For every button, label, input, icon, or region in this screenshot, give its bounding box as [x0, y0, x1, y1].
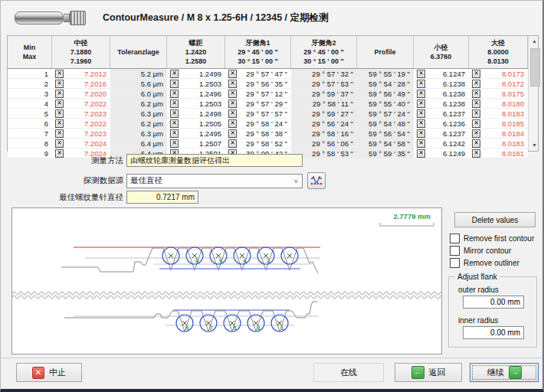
cell-profile: 59 ° 55 ' 19 " [357, 69, 414, 78]
cell-zhongjing: ✕7.2020 [52, 89, 110, 98]
checked-checkbox-icon[interactable]: ✕ [170, 129, 179, 138]
cell-dajing: ✕8.0181 [469, 149, 528, 158]
table-row: 5✕7.20236.3 µm✕1.2498✕29 ° 57 ' 57 "29 °… [8, 109, 528, 119]
cell-yace1: ✕29 ° 57 ' 29 " [225, 99, 291, 108]
inner-radius-field[interactable]: 0.00 mm [463, 326, 524, 339]
checked-checkbox-icon[interactable]: ✕ [472, 70, 480, 78]
checked-checkbox-icon[interactable]: ✕ [417, 129, 425, 138]
checked-checkbox-icon[interactable]: ✕ [472, 109, 480, 118]
checked-checkbox-icon[interactable]: ✕ [55, 90, 64, 98]
checked-checkbox-icon[interactable]: ✕ [55, 129, 64, 138]
cell-yace2: 29 ° 57 ' 53 " [291, 79, 357, 88]
cell-profile: 59 ° 57 ' 24 " [357, 109, 414, 118]
checked-checkbox-icon[interactable]: ✕ [170, 90, 179, 98]
scrollbar-up-icon[interactable]: ▲ [529, 36, 540, 47]
checked-checkbox-icon[interactable]: ✕ [472, 100, 480, 108]
checked-checkbox-icon[interactable]: ✕ [170, 80, 179, 88]
checked-checkbox-icon[interactable]: ✕ [472, 149, 480, 158]
checked-checkbox-icon[interactable]: ✕ [472, 80, 480, 88]
remove-first-contour-option[interactable]: Remove first contour [450, 234, 540, 243]
unchecked-checkbox-icon[interactable] [450, 258, 460, 268]
cell-dajing: ✕8.0184 [469, 129, 528, 138]
cell-n: 8 [8, 139, 52, 148]
mirror-contour-option[interactable]: Mirror contour [450, 246, 540, 256]
cell-dajing: ✕8.0175 [469, 89, 528, 98]
cell-yace2: 29 ° 59 ' 37 " [291, 89, 357, 98]
source-label: 探测数据源 [1, 175, 123, 186]
cell-yace2: 29 ° 59 ' 27 " [291, 109, 357, 118]
cell-n: 6 [8, 119, 52, 128]
checked-checkbox-icon[interactable]: ✕ [55, 80, 64, 88]
method-field[interactable]: 由螺纹轮廓测量数据评估得出 [126, 154, 303, 167]
checked-checkbox-icon[interactable]: ✕ [417, 139, 425, 148]
abort-button[interactable]: ✕ 中止 [16, 363, 82, 382]
scrollbar-down-icon[interactable]: ▼ [529, 140, 540, 151]
remove-outliner-option[interactable]: Remove outliner [450, 258, 540, 268]
back-button[interactable]: ← 返回 [395, 363, 462, 382]
wire-number-label: 1 [280, 325, 284, 332]
checked-checkbox-icon[interactable]: ✕ [417, 109, 425, 118]
cell-xiaojing: ✕6.1237 [414, 129, 469, 138]
checked-checkbox-icon[interactable]: ✕ [417, 90, 425, 98]
wire-circle-marker: 3 [247, 315, 264, 332]
profile-points-button[interactable] [307, 172, 326, 189]
cell-n: 3 [8, 89, 52, 98]
column-header-toleranz: Toleranzlage [110, 36, 167, 68]
abort-x-icon: ✕ [32, 367, 44, 379]
form-area: 测量方法 由螺纹轮廓测量数据评估得出 探测数据源 最佳直径 ˅ 最佳螺纹量针直径… [1, 152, 444, 206]
cell-yace1: ✕29 ° 58 ' 52 " [225, 139, 291, 148]
unchecked-checkbox-icon[interactable] [450, 234, 460, 243]
next-button[interactable]: 继续 → [470, 363, 539, 382]
checked-checkbox-icon[interactable]: ✕ [417, 70, 425, 78]
unchecked-checkbox-icon[interactable] [450, 246, 460, 256]
checked-checkbox-icon[interactable]: ✕ [228, 139, 237, 148]
checked-checkbox-icon[interactable]: ✕ [228, 90, 237, 98]
checked-checkbox-icon[interactable]: ✕ [472, 90, 480, 98]
checked-checkbox-icon[interactable]: ✕ [170, 100, 179, 108]
checked-checkbox-icon[interactable]: ✕ [417, 80, 425, 88]
checked-checkbox-icon[interactable]: ✕ [170, 70, 179, 78]
checked-checkbox-icon[interactable]: ✕ [228, 100, 237, 108]
checked-checkbox-icon[interactable]: ✕ [228, 109, 237, 118]
scrollbar-thumb[interactable] [530, 48, 540, 87]
checked-checkbox-icon[interactable]: ✕ [228, 80, 237, 88]
delete-values-button[interactable]: Delete values [454, 212, 536, 227]
cell-xiaojing: ✕6.1238 [414, 79, 469, 88]
cell-toleranz: 5.6 µm [110, 79, 167, 88]
checked-checkbox-icon[interactable]: ✕ [472, 139, 480, 148]
outer-radius-field[interactable]: 0.00 mm [463, 296, 524, 309]
checked-checkbox-icon[interactable]: ✕ [55, 109, 64, 118]
checked-checkbox-icon[interactable]: ✕ [472, 129, 480, 138]
checked-checkbox-icon[interactable]: ✕ [55, 139, 64, 148]
table-scrollbar[interactable]: ▲ ▼ [528, 36, 538, 151]
cell-toleranz: 6.0 µm [110, 89, 167, 98]
cell-xiaojing: ✕6.1247 [414, 69, 469, 78]
wire-circle-marker: 1 [271, 315, 288, 332]
wire-number-label: 7 [209, 325, 213, 332]
online-button[interactable]: 在线 [313, 363, 384, 382]
column-header-yace1: 牙侧角129 ° 45 ' 00 "30 ° 15 ' 00 " [225, 36, 291, 68]
cell-profile: 59 ° 56 ' 54 " [357, 129, 414, 138]
checked-checkbox-icon[interactable]: ✕ [228, 119, 237, 128]
cell-yace2: 29 ° 57 ' 32 " [291, 69, 357, 78]
checked-checkbox-icon[interactable]: ✕ [170, 109, 179, 118]
source-dropdown[interactable]: 最佳直径 ˅ [126, 174, 303, 188]
checked-checkbox-icon[interactable]: ✕ [472, 119, 480, 128]
checked-checkbox-icon[interactable]: ✕ [170, 119, 179, 128]
cell-profile: 59 ° 54 ' 28 " [357, 79, 414, 88]
wire-diameter-field[interactable]: 0.7217 mm [126, 191, 198, 204]
arrow-left-icon: ← [411, 366, 424, 379]
checked-checkbox-icon[interactable]: ✕ [417, 100, 425, 108]
checked-checkbox-icon[interactable]: ✕ [170, 139, 179, 148]
cell-yace1: ✕29 ° 57 ' 47 " [225, 69, 291, 78]
column-header-dajing: 大径8.00008.0130 [469, 36, 528, 68]
checked-checkbox-icon[interactable]: ✕ [228, 129, 237, 138]
checked-checkbox-icon[interactable]: ✕ [55, 119, 64, 128]
contour-plot-panel: 2.7779 mm 864297531 [11, 207, 442, 354]
chevron-down-icon[interactable]: ˅ [294, 178, 298, 185]
checked-checkbox-icon[interactable]: ✕ [228, 70, 237, 78]
checked-checkbox-icon[interactable]: ✕ [55, 100, 64, 108]
checked-checkbox-icon[interactable]: ✕ [55, 70, 64, 78]
column-header-zhongjing: 中径7.18807.1960 [52, 36, 110, 68]
checked-checkbox-icon[interactable]: ✕ [417, 119, 425, 128]
